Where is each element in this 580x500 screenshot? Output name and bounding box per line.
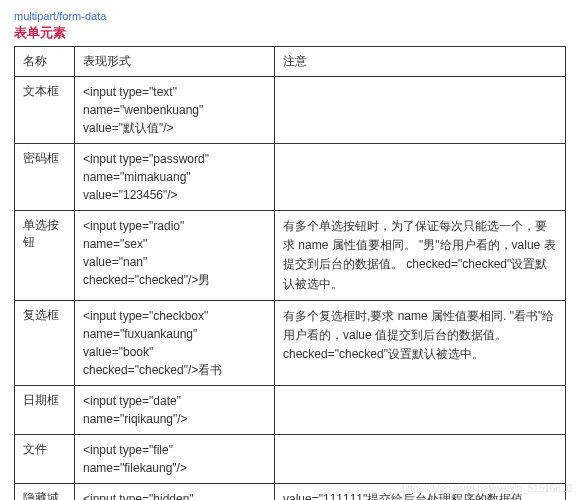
col-header-name: 名称 — [15, 47, 75, 77]
table-row: 日期框 <input type="date" name="riqikaung"/… — [15, 385, 566, 434]
table-row: 单选按钮 <input type="radio" name="sex" valu… — [15, 211, 566, 301]
cell-form: <input type="date" name="riqikaung"/> — [75, 385, 275, 434]
cell-note: value="111111"提交给后台处理程序的数据值 — [275, 483, 566, 500]
cell-name: 密码框 — [15, 144, 75, 211]
cell-note: 有多个复选框时,要求 name 属性值要相同. "看书"给用户看的，value … — [275, 300, 566, 385]
table-row: 密码框 <input type="password" name="mimakua… — [15, 144, 566, 211]
form-elements-table: 名称 表现形式 注意 文本框 <input type="text" name="… — [14, 46, 566, 500]
cell-name: 隐藏域 — [15, 483, 75, 500]
cell-note — [275, 385, 566, 434]
cell-form: <input type="checkbox" name="fuxuankaung… — [75, 300, 275, 385]
cell-note — [275, 434, 566, 483]
cell-note — [275, 144, 566, 211]
cell-name: 文件 — [15, 434, 75, 483]
table-header-row: 名称 表现形式 注意 — [15, 47, 566, 77]
col-header-note: 注意 — [275, 47, 566, 77]
table-row: 文件 <input type="file" name="filekaung"/> — [15, 434, 566, 483]
cell-form: <input type="radio" name="sex" value="na… — [75, 211, 275, 301]
table-row: 文本框 <input type="text" name="wenbenkuang… — [15, 77, 566, 144]
table-row: 复选框 <input type="checkbox" name="fuxuank… — [15, 300, 566, 385]
cell-note: 有多个单选按钮时，为了保证每次只能选一个，要求 name 属性值要相同。 "男"… — [275, 211, 566, 301]
cell-form: <input type="text" name="wenbenkuang" va… — [75, 77, 275, 144]
cell-note — [275, 77, 566, 144]
cell-name: 文本框 — [15, 77, 75, 144]
top-link-fragment: multipart/form-data — [14, 10, 566, 22]
cell-name: 复选框 — [15, 300, 75, 385]
cell-form: <input type="file" name="filekaung"/> — [75, 434, 275, 483]
cell-name: 单选按钮 — [15, 211, 75, 301]
cell-name: 日期框 — [15, 385, 75, 434]
cell-form: <input type="hidden" name="hiddenkaung" … — [75, 483, 275, 500]
cell-form: <input type="password" name="mimakuang" … — [75, 144, 275, 211]
page-title: 表单元素 — [14, 24, 566, 42]
table-row: 隐藏域 <input type="hidden" name="hiddenkau… — [15, 483, 566, 500]
col-header-form: 表现形式 — [75, 47, 275, 77]
